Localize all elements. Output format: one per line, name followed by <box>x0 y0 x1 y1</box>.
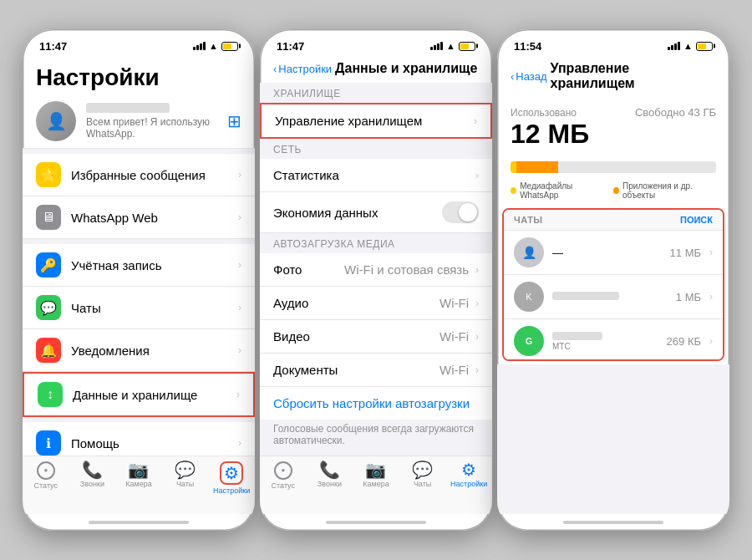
audio-item[interactable]: Аудио Wi-Fi › <box>260 287 492 320</box>
status-bar-2: 11:47 ▲ <box>260 29 492 58</box>
photo-chevron: › <box>475 264 479 276</box>
manage-screen: ‹ Назад Управление хранилищем Использова… <box>497 58 729 531</box>
settings-item-chats[interactable]: 💬 Чаты › <box>23 287 255 329</box>
tab-chats-label: Чаты <box>176 480 194 488</box>
audio-value: Wi-Fi <box>440 296 469 310</box>
tab-settings-1[interactable]: ⚙ Настройки <box>208 461 255 495</box>
chat-name-blur-2 <box>552 332 602 340</box>
tab-camera-2[interactable]: 📷 Камера <box>353 461 399 488</box>
status-icons-2: ▲ <box>430 41 475 51</box>
chat-row-0[interactable]: 👤 — 11 МБ › <box>504 231 723 275</box>
tab-bar-1: ● Статус 📞 Звонки 📷 Камера 💬 Чаты <box>23 456 255 514</box>
tab-chats-2[interactable]: 💬 Чаты <box>399 461 446 488</box>
reset-label: Сбросить настройки автозагрузки <box>273 396 479 410</box>
chat-chevron-2: › <box>709 335 713 347</box>
video-item[interactable]: Видео Wi-Fi › <box>260 320 492 354</box>
signal-icon-2 <box>430 42 443 50</box>
chat-chevron-0: › <box>709 247 713 258</box>
chat-size-2: 269 КБ <box>667 335 701 348</box>
chat-subtitle-2: МТС <box>552 342 658 351</box>
chat-avatar-1: K <box>514 282 544 312</box>
nav-back-3[interactable]: ‹ Назад <box>511 70 547 83</box>
favorites-label: Избранные сообщения <box>71 168 228 182</box>
home-indicator-3 <box>497 514 729 531</box>
profile-section[interactable]: 👤 Всем привет! Я использую WhatsApp. ⊞ <box>23 94 255 149</box>
economy-toggle[interactable] <box>442 201 479 223</box>
chevron-icon-4: › <box>238 302 241 313</box>
chevron-icon-5: › <box>238 344 241 356</box>
whatsapp-web-icon: 🖥 <box>36 205 61 230</box>
nav-back-2[interactable]: ‹ Настройки <box>273 63 332 75</box>
signal-icon <box>193 42 206 50</box>
stats-chevron: › <box>475 170 479 181</box>
manage-chevron: › <box>474 115 477 127</box>
nav-bar-2: ‹ Настройки Данные и хранилище <box>260 58 492 83</box>
chat-name-0: — <box>552 247 662 259</box>
settings-screen: Настройки 👤 Всем привет! Я использую Wha… <box>23 58 255 531</box>
bar-whatsapp <box>511 161 516 173</box>
settings-item-help[interactable]: ℹ Помощь › <box>23 422 255 456</box>
chats-label: Чаты <box>71 301 228 315</box>
tab-status-1[interactable]: ● Статус <box>23 461 69 490</box>
docs-value: Wi-Fi <box>440 363 469 377</box>
time-3: 11:54 <box>514 40 541 53</box>
storage-header: Использовано 12 МБ Свободно 43 ГБ <box>497 98 729 155</box>
settings-item-data[interactable]: ↕ Данные и хранилище › <box>23 372 255 417</box>
settings-item-whatsapp-web[interactable]: 🖥 WhatsApp Web › <box>23 196 255 239</box>
tab-chats-icon: 💬 <box>175 461 196 478</box>
photo-item[interactable]: Фото Wi-Fi и сотовая связь › <box>260 253 492 287</box>
tab-chats-1[interactable]: 💬 Чаты <box>162 461 209 488</box>
signal-icon-3 <box>668 42 680 50</box>
time-1: 11:47 <box>39 40 67 53</box>
tab-camera-1[interactable]: 📷 Камера <box>115 461 162 488</box>
tab-settings-label: Настройки <box>213 486 250 495</box>
settings-list: ⭐ Избранные сообщения › 🖥 WhatsApp Web ›… <box>23 149 255 456</box>
tab-calls-label: Звонки <box>80 480 104 488</box>
qr-icon[interactable]: ⊞ <box>227 111 241 131</box>
nav-title-2: Данные и хранилище <box>335 61 477 76</box>
bar-apps <box>516 161 557 173</box>
chat-avatar-0: 👤 <box>514 237 544 267</box>
docs-item[interactable]: Документы Wi-Fi › <box>260 354 492 387</box>
settings-item-notifications[interactable]: 🔔 Уведомления › <box>23 329 255 372</box>
settings-item-account[interactable]: 🔑 Учётная запись › <box>23 244 255 287</box>
free-label: Свободно 43 ГБ <box>635 106 716 119</box>
tab-status-label: Статус <box>34 481 58 490</box>
manage-storage-item[interactable]: Управление хранилищем › <box>260 103 492 139</box>
chats-section: ЧАТЫ ПОИСК 👤 — 11 МБ › K 1 МБ <box>502 208 724 361</box>
tab-calls-1[interactable]: 📞 Звонки <box>69 461 116 488</box>
stats-item[interactable]: Статистика › <box>260 159 492 192</box>
profile-info: Всем привет! Я использую WhatsApp. <box>86 103 217 140</box>
chat-row-1[interactable]: K 1 МБ › <box>504 275 723 319</box>
account-label: Учётная запись <box>71 258 228 272</box>
economy-item[interactable]: Экономия данных <box>260 192 492 233</box>
legend-whatsapp: Медиафайлы WhatsApp <box>511 181 603 200</box>
manage-storage-label: Управление хранилищем <box>275 114 467 128</box>
battery-icon-2 <box>459 42 475 51</box>
chats-section-header: ЧАТЫ ПОИСК <box>504 210 723 231</box>
tab-status-2[interactable]: ● Статус <box>260 461 307 490</box>
reset-item[interactable]: Сбросить настройки автозагрузки <box>260 387 492 420</box>
tab-calls-label-2: Звонки <box>318 480 342 488</box>
settings-title: Настройки <box>36 64 241 91</box>
phone-manage-storage: 11:54 ▲ ‹ Назад Управление хранилищем <box>497 29 729 531</box>
chat-row-2[interactable]: G МТС 269 КБ › <box>504 319 723 361</box>
chats-icon: 💬 <box>36 295 61 320</box>
tab-settings-2[interactable]: ⚙ Настройки <box>445 461 492 488</box>
docs-label: Документы <box>273 363 433 377</box>
nav-bar-3: ‹ Назад Управление хранилищем <box>497 58 729 98</box>
status-icons-1: ▲ <box>193 41 238 51</box>
notif-icon: 🔔 <box>36 338 61 363</box>
tab-camera-icon: 📷 <box>128 461 149 478</box>
help-icon: ℹ <box>36 430 61 456</box>
home-indicator-1 <box>23 514 255 531</box>
settings-item-favorites[interactable]: ⭐ Избранные сообщения › <box>23 154 255 196</box>
audio-chevron: › <box>475 298 479 309</box>
spacer-3 <box>497 364 729 514</box>
tab-calls-2[interactable]: 📞 Звонки <box>307 461 353 488</box>
chat-avatar-2: G <box>514 326 544 356</box>
help-label: Помощь <box>71 436 228 451</box>
search-label[interactable]: ПОИСК <box>680 215 713 225</box>
avatar: 👤 <box>36 101 76 141</box>
chevron-icon-3: › <box>238 259 241 271</box>
